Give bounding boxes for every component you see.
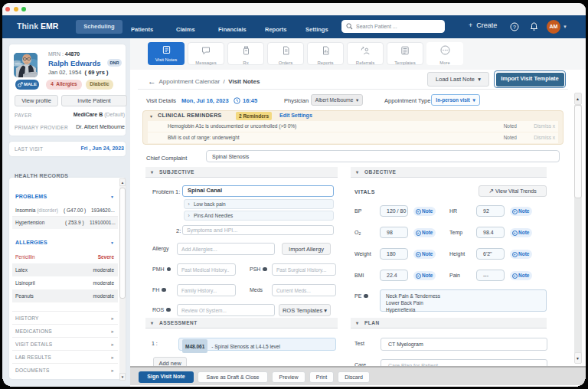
svg-text:?: ? (513, 25, 516, 30)
